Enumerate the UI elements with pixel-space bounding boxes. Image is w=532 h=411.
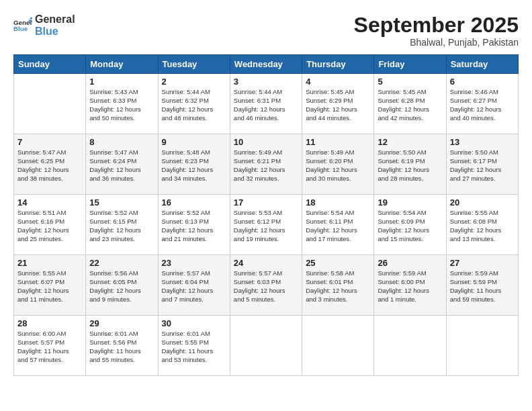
col-header-tuesday: Tuesday	[158, 55, 230, 74]
col-header-friday: Friday	[374, 55, 446, 74]
calendar-cell: 14Sunrise: 5:51 AM Sunset: 6:16 PM Dayli…	[14, 195, 86, 255]
calendar-cell: 9Sunrise: 5:48 AM Sunset: 6:23 PM Daylig…	[158, 134, 230, 195]
day-number: 1	[89, 77, 154, 87]
day-number: 19	[378, 197, 442, 208]
day-info: Sunrise: 6:00 AM Sunset: 5:57 PM Dayligh…	[17, 330, 82, 364]
calendar-cell: 26Sunrise: 5:59 AM Sunset: 6:00 PM Dayli…	[374, 255, 446, 316]
calendar-cell	[446, 316, 518, 376]
day-info: Sunrise: 5:53 AM Sunset: 6:12 PM Dayligh…	[234, 209, 298, 243]
calendar-cell: 6Sunrise: 5:46 AM Sunset: 6:27 PM Daylig…	[446, 74, 518, 134]
calendar-cell	[302, 316, 374, 376]
svg-marker-3	[30, 17, 32, 19]
day-info: Sunrise: 5:52 AM Sunset: 6:15 PM Dayligh…	[89, 209, 154, 243]
day-info: Sunrise: 5:47 AM Sunset: 6:24 PM Dayligh…	[89, 148, 154, 183]
calendar-cell: 2Sunrise: 5:44 AM Sunset: 6:32 PM Daylig…	[158, 74, 230, 134]
day-info: Sunrise: 5:54 AM Sunset: 6:11 PM Dayligh…	[306, 209, 370, 243]
calendar-cell: 23Sunrise: 5:57 AM Sunset: 6:04 PM Dayli…	[158, 255, 230, 316]
day-number: 26	[378, 258, 442, 268]
day-number: 24	[234, 258, 298, 268]
day-info: Sunrise: 5:52 AM Sunset: 6:13 PM Dayligh…	[162, 209, 226, 243]
calendar-cell: 20Sunrise: 5:55 AM Sunset: 6:08 PM Dayli…	[446, 195, 518, 255]
day-number: 23	[162, 258, 226, 268]
day-number: 8	[89, 137, 154, 147]
day-number: 5	[378, 77, 442, 87]
calendar-cell: 27Sunrise: 5:59 AM Sunset: 5:59 PM Dayli…	[446, 255, 518, 316]
day-number: 21	[17, 258, 82, 268]
calendar-cell	[374, 316, 446, 376]
day-number: 14	[17, 197, 82, 208]
day-info: Sunrise: 5:47 AM Sunset: 6:25 PM Dayligh…	[17, 148, 82, 183]
day-info: Sunrise: 5:46 AM Sunset: 6:27 PM Dayligh…	[450, 88, 515, 122]
logo-blue: Blue	[35, 26, 75, 38]
calendar-cell: 24Sunrise: 5:57 AM Sunset: 6:03 PM Dayli…	[230, 255, 302, 316]
day-number: 16	[162, 197, 226, 208]
calendar-cell: 13Sunrise: 5:50 AM Sunset: 6:17 PM Dayli…	[446, 134, 518, 195]
week-row-4: 21Sunrise: 5:55 AM Sunset: 6:07 PM Dayli…	[14, 255, 519, 316]
day-info: Sunrise: 5:44 AM Sunset: 6:32 PM Dayligh…	[162, 88, 226, 122]
week-row-2: 7Sunrise: 5:47 AM Sunset: 6:25 PM Daylig…	[14, 134, 519, 195]
day-number: 15	[89, 197, 154, 208]
day-info: Sunrise: 5:54 AM Sunset: 6:09 PM Dayligh…	[378, 209, 442, 243]
col-header-wednesday: Wednesday	[230, 55, 302, 74]
day-number: 29	[89, 318, 154, 328]
day-number: 20	[450, 197, 515, 208]
day-info: Sunrise: 6:01 AM Sunset: 5:56 PM Dayligh…	[89, 330, 154, 364]
calendar-cell: 10Sunrise: 5:49 AM Sunset: 6:21 PM Dayli…	[230, 134, 302, 195]
calendar-cell: 21Sunrise: 5:55 AM Sunset: 6:07 PM Dayli…	[14, 255, 86, 316]
calendar-cell: 28Sunrise: 6:00 AM Sunset: 5:57 PM Dayli…	[14, 316, 86, 376]
day-info: Sunrise: 5:57 AM Sunset: 6:04 PM Dayligh…	[162, 269, 226, 304]
day-number: 27	[450, 258, 515, 268]
calendar-cell: 30Sunrise: 6:01 AM Sunset: 5:55 PM Dayli…	[158, 316, 230, 376]
calendar-cell: 12Sunrise: 5:50 AM Sunset: 6:19 PM Dayli…	[374, 134, 446, 195]
calendar-cell: 1Sunrise: 5:43 AM Sunset: 6:33 PM Daylig…	[86, 74, 158, 134]
calendar-cell: 15Sunrise: 5:52 AM Sunset: 6:15 PM Dayli…	[86, 195, 158, 255]
title-block: September 2025 Bhalwal, Punjab, Pakistan	[354, 13, 519, 48]
day-number: 7	[17, 137, 82, 147]
day-number: 2	[162, 77, 226, 87]
calendar-cell: 3Sunrise: 5:44 AM Sunset: 6:31 PM Daylig…	[230, 74, 302, 134]
day-info: Sunrise: 5:59 AM Sunset: 6:00 PM Dayligh…	[378, 269, 442, 304]
week-row-1: 1Sunrise: 5:43 AM Sunset: 6:33 PM Daylig…	[14, 74, 519, 134]
day-number: 13	[450, 137, 515, 147]
svg-text:Blue: Blue	[13, 25, 28, 32]
calendar-cell: 5Sunrise: 5:45 AM Sunset: 6:28 PM Daylig…	[374, 74, 446, 134]
day-number: 22	[89, 258, 154, 268]
col-header-sunday: Sunday	[14, 55, 86, 74]
day-info: Sunrise: 5:45 AM Sunset: 6:29 PM Dayligh…	[306, 88, 370, 122]
day-info: Sunrise: 5:44 AM Sunset: 6:31 PM Dayligh…	[234, 88, 298, 122]
day-info: Sunrise: 5:45 AM Sunset: 6:28 PM Dayligh…	[378, 88, 442, 122]
day-number: 25	[306, 258, 370, 268]
calendar-cell: 18Sunrise: 5:54 AM Sunset: 6:11 PM Dayli…	[302, 195, 374, 255]
logo-icon: General Blue	[13, 16, 32, 35]
logo-general: General	[35, 13, 75, 26]
calendar-cell: 19Sunrise: 5:54 AM Sunset: 6:09 PM Dayli…	[374, 195, 446, 255]
page-header: General Blue General Blue September 2025…	[13, 13, 519, 48]
day-info: Sunrise: 5:57 AM Sunset: 6:03 PM Dayligh…	[234, 269, 298, 304]
day-info: Sunrise: 5:55 AM Sunset: 6:07 PM Dayligh…	[17, 269, 82, 304]
header-row: SundayMondayTuesdayWednesdayThursdayFrid…	[14, 55, 519, 74]
day-info: Sunrise: 5:56 AM Sunset: 6:05 PM Dayligh…	[89, 269, 154, 304]
day-number: 4	[306, 77, 370, 87]
day-info: Sunrise: 5:48 AM Sunset: 6:23 PM Dayligh…	[162, 148, 226, 183]
day-info: Sunrise: 5:49 AM Sunset: 6:20 PM Dayligh…	[306, 148, 370, 183]
day-info: Sunrise: 5:49 AM Sunset: 6:21 PM Dayligh…	[234, 148, 298, 183]
day-number: 18	[306, 197, 370, 208]
day-number: 6	[450, 77, 515, 87]
day-number: 11	[306, 137, 370, 147]
day-number: 30	[162, 318, 226, 328]
calendar-cell	[230, 316, 302, 376]
location-subtitle: Bhalwal, Punjab, Pakistan	[354, 37, 519, 48]
calendar-cell: 7Sunrise: 5:47 AM Sunset: 6:25 PM Daylig…	[14, 134, 86, 195]
day-info: Sunrise: 5:59 AM Sunset: 5:59 PM Dayligh…	[450, 269, 515, 304]
day-info: Sunrise: 5:55 AM Sunset: 6:08 PM Dayligh…	[450, 209, 515, 243]
calendar-cell: 16Sunrise: 5:52 AM Sunset: 6:13 PM Dayli…	[158, 195, 230, 255]
week-row-3: 14Sunrise: 5:51 AM Sunset: 6:16 PM Dayli…	[14, 195, 519, 255]
calendar-cell: 8Sunrise: 5:47 AM Sunset: 6:24 PM Daylig…	[86, 134, 158, 195]
logo: General Blue General Blue	[13, 13, 75, 37]
calendar-cell: 25Sunrise: 5:58 AM Sunset: 6:01 PM Dayli…	[302, 255, 374, 316]
col-header-monday: Monday	[86, 55, 158, 74]
calendar-cell: 17Sunrise: 5:53 AM Sunset: 6:12 PM Dayli…	[230, 195, 302, 255]
month-title: September 2025	[354, 13, 519, 37]
day-number: 3	[234, 77, 298, 87]
day-number: 17	[234, 197, 298, 208]
